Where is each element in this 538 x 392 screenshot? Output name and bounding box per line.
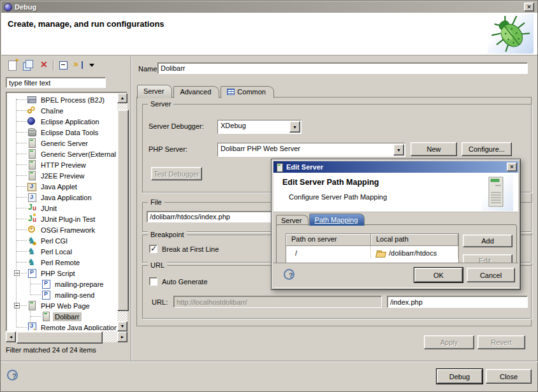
tree-item-java-applet[interactable]: Java Applet	[7, 181, 117, 192]
duplicate-button[interactable]	[21, 59, 35, 71]
php-server-select[interactable]: Dolibarr PHP Web Server ▼	[217, 143, 405, 157]
tab-server[interactable]: Server	[137, 85, 172, 98]
add-mapping-button[interactable]: Add	[463, 235, 513, 247]
tree-rail	[16, 99, 17, 327]
chevron-down-icon[interactable]: ▼	[393, 144, 404, 156]
debug-bug-icon	[488, 14, 534, 54]
config-tabs: ServerAdvancedCommon	[137, 85, 275, 98]
dialog-title: Edit Server	[286, 163, 323, 171]
window-close-button[interactable]: ✕	[524, 3, 534, 11]
tree-item-remote-java-application[interactable]: Remote Java Application	[7, 322, 117, 330]
configure-button[interactable]: Configure...	[462, 142, 512, 156]
collapse-node-icon[interactable]	[14, 270, 20, 276]
scroll-right-button[interactable]: ►	[117, 331, 127, 342]
tree-item-label: Perl CGI	[39, 236, 69, 245]
tree-item-junit[interactable]: JUnit	[7, 203, 117, 214]
tree-item-perl-local[interactable]: Perl Local	[7, 246, 117, 257]
tree-item-http-preview[interactable]: HTTP Preview	[7, 159, 117, 170]
close-button[interactable]: Close	[486, 369, 532, 384]
column-header-path-on-server[interactable]: Path on server	[286, 234, 371, 246]
dialog-banner: Edit Server Path Mapping Configure Serve…	[273, 173, 518, 212]
tab-advanced[interactable]: Advanced	[173, 86, 219, 98]
filter-input[interactable]	[6, 77, 106, 88]
collapse-node-icon[interactable]	[14, 303, 20, 309]
revert-button[interactable]: Revert	[477, 335, 525, 349]
window-titlebar[interactable]: Debug ✕	[1, 1, 537, 13]
dialog-titlebar[interactable]: Edit Server ✕	[273, 161, 518, 173]
debug-button[interactable]: Debug	[437, 369, 483, 384]
tree-item-eclipse-data-tools[interactable]: Eclipse Data Tools	[7, 127, 117, 138]
file-group-legend: File	[148, 198, 164, 206]
tree-item-label: PHP Web Page	[39, 301, 92, 310]
delete-icon	[38, 59, 52, 71]
arrow-up-icon: ▲	[120, 96, 125, 100]
tree-item-label: BPEL Process (B2J)	[39, 96, 106, 105]
tree-item-mailing-prepare[interactable]: mailing-prepare	[7, 279, 117, 289]
scroll-left-button[interactable]: ◄	[6, 331, 16, 342]
name-input[interactable]	[157, 62, 528, 74]
scroll-up-button[interactable]: ▲	[117, 93, 127, 103]
url-base-input[interactable]	[173, 296, 382, 308]
help-button[interactable]: ?	[7, 370, 18, 381]
delete-button[interactable]	[38, 59, 52, 71]
close-icon: ✕	[527, 4, 532, 10]
break-first-line-checkbox[interactable]	[149, 245, 157, 253]
dialog-close-button[interactable]: ✕	[507, 163, 517, 171]
new-config-button[interactable]	[6, 59, 20, 71]
tree-item-mailing-send[interactable]: mailing-send	[7, 289, 117, 300]
tree-vertical-scrollbar[interactable]: ▲ ▼	[117, 93, 127, 331]
tree-item-junit-plug-in-test[interactable]: JUnit Plug-in Test	[7, 214, 117, 224]
tab-common[interactable]: Common	[221, 86, 274, 98]
server-icon	[27, 149, 37, 159]
dialog-bottom-bar: ? OK Cancel	[273, 263, 518, 288]
duplicate-icon	[21, 59, 35, 71]
url-label: URL:	[152, 298, 168, 306]
tree-horizontal-scrollbar[interactable]: ◄ ►	[6, 331, 127, 342]
scroll-down-button[interactable]: ▼	[117, 321, 127, 331]
dropdown-button[interactable]: ▼	[289, 121, 300, 133]
tree-rail	[30, 311, 31, 327]
tree-item-generic-server-external-la[interactable]: Generic Server(External La	[7, 149, 117, 159]
dialog-help-button[interactable]: ?	[284, 269, 294, 280]
tree-item-php-script[interactable]: PHP Script	[7, 268, 117, 279]
tree-item-perl-cgi[interactable]: Perl CGI	[7, 235, 117, 246]
break-first-line-label: Break at First Line	[162, 245, 219, 253]
eclipse-logo-icon	[4, 3, 12, 11]
tree-item-generic-server[interactable]: Generic Server	[7, 138, 117, 149]
panel-separator[interactable]	[131, 57, 131, 361]
scroll-thumb[interactable]	[17, 331, 103, 344]
toolbar-menu-button[interactable]	[86, 59, 95, 71]
tree-item-label: PHP Script	[39, 269, 77, 278]
tree-item-php-web-page[interactable]: PHP Web Page	[7, 300, 117, 311]
scroll-thumb[interactable]	[117, 110, 129, 311]
auto-generate-checkbox[interactable]	[149, 277, 157, 286]
collapse-all-button[interactable]	[57, 59, 71, 71]
tree-item-perl-remote[interactable]: Perl Remote	[7, 257, 117, 268]
url-path-input[interactable]	[387, 296, 528, 308]
tree-item-j2ee-preview[interactable]: J2EE Preview	[7, 170, 117, 181]
server-icon	[41, 311, 51, 321]
tree-item-java-application[interactable]: Java Application	[7, 192, 117, 203]
mapping-row[interactable]: //dolibarr/htdocs	[286, 246, 458, 258]
tree-item-dolibarr[interactable]: Dolibarr	[7, 311, 117, 322]
ok-button[interactable]: OK	[414, 268, 463, 282]
tree-item-bpel-process-b2j[interactable]: BPEL Process (B2J)	[7, 94, 117, 105]
bpel-icon	[27, 94, 37, 105]
filter-button[interactable]	[72, 59, 86, 71]
test-debugger-button[interactable]: Test Debugger	[151, 167, 202, 180]
server-icon	[27, 138, 37, 148]
close-icon: ✕	[509, 164, 514, 170]
dialog-tab-path-mapping[interactable]: Path Mapping	[309, 214, 365, 226]
server-debugger-select[interactable]: XDebug ▼	[217, 120, 302, 134]
tree-item-label: HTTP Preview	[39, 161, 88, 170]
apply-button[interactable]: Apply	[424, 335, 474, 349]
tree-item-eclipse-application[interactable]: Eclipse Application	[7, 116, 117, 127]
tree-item-osgi-framework[interactable]: OSGi Framework	[7, 224, 117, 235]
new-server-button[interactable]: New	[411, 142, 457, 156]
dialog-tab-server[interactable]: Server	[276, 215, 309, 226]
cancel-button[interactable]: Cancel	[467, 268, 515, 282]
tab-label: Common	[237, 88, 266, 96]
tab-label: Server	[281, 217, 302, 224]
column-header-local-path[interactable]: Local path	[371, 234, 458, 246]
tree-item-cha-ne[interactable]: Chaîne	[7, 105, 117, 116]
